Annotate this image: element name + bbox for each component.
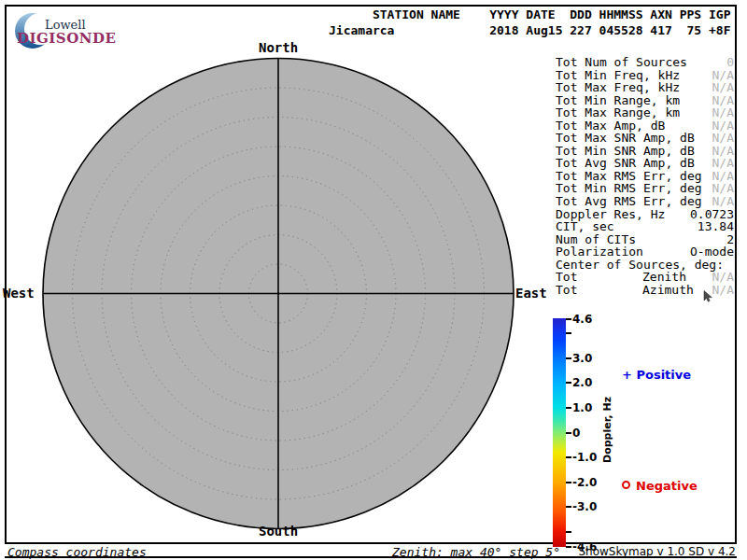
mouse-cursor-icon <box>703 290 714 302</box>
legend-negative: Negative <box>622 479 698 493</box>
colorbar-tick-label: -3.0 <box>572 499 597 514</box>
stat-label: Tot Num of Sources <box>556 56 687 69</box>
stat-value: N/A <box>712 69 734 82</box>
compass-label-east: East <box>515 286 547 301</box>
stat-value: N/A <box>712 195 734 208</box>
colorbar-tick-label: -4.6 <box>572 539 597 554</box>
colorbar-tick-label: 0 <box>572 426 580 441</box>
stat-mid-label: Zenith <box>642 271 686 284</box>
stat-label: Tot Max Amp, dB <box>556 119 665 133</box>
station-header: STATION NAME YYYY DATE DDD HHMMSS AXN PP… <box>329 7 730 38</box>
colorbar-tick <box>566 407 571 409</box>
stat-label: Tot <box>556 271 577 284</box>
stat-label: CIT, sec <box>556 220 614 233</box>
brand-digisonde: DIGISONDE <box>17 30 116 47</box>
showskymap-window: Lowell DIGISONDE STATION NAME YYYY DATE … <box>0 0 747 560</box>
stat-label: Tot Min RMS Err, deg <box>556 182 702 195</box>
stat-row: Tot Max Freq, kHzN/A <box>554 81 734 94</box>
negative-marker-icon <box>622 481 630 489</box>
colorbar-tick <box>566 482 571 483</box>
colorbar-tick <box>566 531 571 533</box>
colorbar-tick <box>566 332 571 334</box>
colorbar-tick <box>566 382 571 384</box>
stat-label: Tot Avg SNR Amp, dB <box>556 157 695 170</box>
stat-label: Tot Max Range, km <box>556 106 680 119</box>
stat-mid-label: Azimuth <box>642 284 694 297</box>
colorbar-tick-label: -2.0 <box>572 475 597 490</box>
colorbar-tick <box>566 546 571 548</box>
colorbar-tick <box>566 456 571 458</box>
stat-value: N/A <box>712 81 734 94</box>
stat-label: Tot Min Range, km <box>556 94 680 107</box>
stat-label: Num of CITs <box>556 233 636 246</box>
colorbar-tick-label: 4.6 <box>572 312 592 327</box>
stat-row: Tot Min SNR Amp, dBN/A <box>554 145 734 158</box>
stat-label: Tot Min SNR Amp, dB <box>556 145 695 158</box>
colorbar-tick-label: 3.0 <box>572 351 592 366</box>
stat-row: Doppler Res, Hz0.0723 <box>554 208 734 221</box>
doppler-colorbar <box>553 318 566 547</box>
stat-value: N/A <box>712 132 734 145</box>
stat-row: TotZenithN/A <box>554 271 734 284</box>
statistics-panel: Tot Num of Sources0Tot Min Freq, kHzN/AT… <box>554 56 734 296</box>
zenith-scale-caption: Zenith: max 40° step 5° <box>392 545 560 559</box>
stat-value: 0.0723 <box>690 208 734 221</box>
stat-row: Tot Min RMS Err, degN/A <box>554 182 734 195</box>
positive-marker-icon: + <box>622 368 632 382</box>
stat-value: N/A <box>712 106 734 119</box>
stat-label: Tot Min Freq, kHz <box>556 69 680 82</box>
stat-row: Tot Max SNR Amp, dBN/A <box>554 132 734 145</box>
stat-value: 0 <box>726 56 734 69</box>
colorbar-tick <box>566 432 571 434</box>
colorbar-tick <box>566 506 571 508</box>
stat-row: Tot Max RMS Err, degN/A <box>554 170 734 183</box>
lowell-digisonde-logo: Lowell DIGISONDE <box>7 9 110 49</box>
stat-row: Tot Min Range, kmN/A <box>554 94 734 107</box>
stat-label: Doppler Res, Hz <box>556 208 665 221</box>
colorbar-axis-title: Doppler, Hz <box>601 397 613 463</box>
compass-label-west: West <box>3 286 35 301</box>
stat-row: Tot Max Range, kmN/A <box>554 106 734 119</box>
compass-label-south: South <box>259 524 298 539</box>
stat-row: Tot Num of Sources0 <box>554 56 734 69</box>
stat-label: Tot Max Freq, kHz <box>556 81 680 94</box>
stat-value: N/A <box>712 119 734 133</box>
stat-label: Tot Max RMS Err, deg <box>556 170 702 183</box>
legend-positive-label: Positive <box>636 368 691 382</box>
stat-value: N/A <box>712 145 734 158</box>
stat-row: PolarizationO-mode <box>554 245 734 259</box>
legend-positive: + Positive <box>622 368 691 382</box>
compass-label-north: North <box>259 40 298 55</box>
legend-negative-label: Negative <box>636 479 698 493</box>
coordinates-caption: Compass coordinates <box>7 545 147 559</box>
stat-row: Tot Max Amp, dBN/A <box>554 119 734 133</box>
version-caption: ShowSkymap v 1.0 SD v 4.2 <box>578 545 736 558</box>
colorbar-tick-label: -1.0 <box>572 450 597 465</box>
colorbar-tick <box>566 318 571 320</box>
stat-label: Polarization <box>556 245 643 259</box>
stat-value: N/A <box>712 182 734 195</box>
stat-value: N/A <box>712 284 734 297</box>
stat-value: N/A <box>712 94 734 107</box>
stat-row: Tot Avg SNR Amp, dBN/A <box>554 157 734 170</box>
stat-row: Tot Min Freq, kHzN/A <box>554 69 734 82</box>
stat-label: Tot Max SNR Amp, dB <box>556 132 695 145</box>
stat-label: Center of Sources, deg: <box>556 259 724 272</box>
stat-value: 2 <box>726 233 734 246</box>
stat-row: Tot Avg RMS Err, degN/A <box>554 195 734 208</box>
stat-value: O-mode <box>690 245 734 259</box>
stat-label: Tot <box>556 284 577 297</box>
stat-row: Num of CITs2 <box>554 233 734 246</box>
stat-value: N/A <box>712 271 734 284</box>
colorbar-tick-label: 2.0 <box>572 375 592 390</box>
station-header-columns: STATION NAME YYYY DATE DDD HHMMSS AXN PP… <box>329 7 730 22</box>
stat-row: CIT, sec13.84 <box>554 220 734 233</box>
stat-label: Tot Avg RMS Err, deg <box>556 195 702 208</box>
stat-row: Center of Sources, deg: <box>554 259 734 272</box>
station-header-values: Jicamarca 2018 Aug15 227 045528 417 75 +… <box>329 22 730 38</box>
stat-value: 13.84 <box>698 220 734 233</box>
stat-value: N/A <box>712 170 734 183</box>
colorbar-tick-label: 1.0 <box>572 400 592 415</box>
colorbar-tick <box>566 357 571 359</box>
stat-value: N/A <box>712 157 734 170</box>
